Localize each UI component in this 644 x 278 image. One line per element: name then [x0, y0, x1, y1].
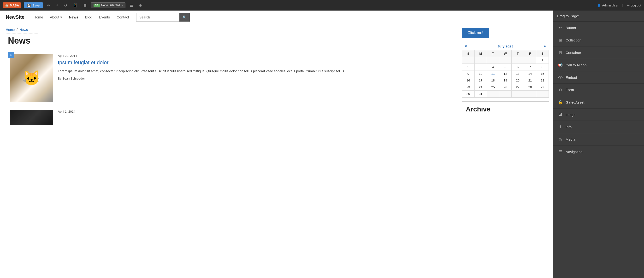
calendar-header: « July 2023 » — [462, 42, 549, 50]
site-nav-links: Home About ▾ News Blog Events Contact — [30, 10, 132, 24]
site-logo: NewSite — [6, 14, 24, 20]
panel-item-navigation[interactable]: ☰ Navigation — [553, 146, 644, 158]
cal-week-4: 16 17 18 19 20 21 22 — [462, 77, 549, 84]
nav-link-contact[interactable]: Contact — [113, 10, 132, 24]
media-icon: ◎ — [558, 137, 563, 142]
nav-link-news[interactable]: News — [66, 10, 82, 24]
calendar-month-label[interactable]: July 2023 — [497, 44, 514, 48]
nav-link-home[interactable]: Home — [30, 10, 46, 24]
main-layout: NewSite Home About ▾ News Blog Events Co… — [0, 10, 644, 278]
panel-item-embed[interactable]: </> Embed — [553, 71, 644, 84]
panel-item-media[interactable]: ◎ Media — [553, 133, 644, 146]
nav-item-home: Home — [30, 10, 46, 24]
cs-badge: CS — [94, 3, 100, 7]
click-me-button[interactable]: Click me! — [462, 28, 489, 38]
nav-item-events: Events — [96, 10, 113, 24]
panel-item-button[interactable]: ↩ Button — [553, 21, 644, 34]
panel-item-collection[interactable]: ⊞ Collection — [553, 34, 644, 46]
cal-cell: 20 — [512, 77, 524, 84]
cal-cell — [512, 91, 524, 97]
save-button[interactable]: 💾 Save — [24, 2, 43, 8]
container-icon: ⊡ — [558, 50, 563, 55]
breadcrumb-home-link[interactable]: Home — [6, 28, 15, 32]
cal-cell: 14 — [524, 70, 536, 77]
cal-cell: 25 — [487, 84, 499, 91]
panel-label-media: Media — [566, 137, 576, 141]
panel-item-info[interactable]: ℹ Info — [553, 121, 644, 133]
cal-cell — [462, 57, 475, 64]
logo-text: MASA — [10, 3, 19, 7]
calendar-prev-button[interactable]: « — [465, 44, 467, 48]
cal-cell — [512, 57, 524, 64]
logo: 🏠 MASA — [3, 2, 21, 8]
article-body-2: April 1, 2014 — [53, 110, 452, 121]
cal-cell: 12 — [499, 70, 512, 77]
cal-cell-linked[interactable]: 11 — [487, 70, 499, 77]
search-input[interactable] — [136, 13, 180, 21]
logout-label: Log out — [631, 3, 641, 7]
cal-header-m: M — [474, 50, 487, 57]
admin-user-link[interactable]: 👤 Admin User — [597, 3, 618, 7]
cs-dropdown-icon: ▾ — [121, 3, 123, 7]
dark-image — [10, 110, 53, 125]
cal-cell: 27 — [512, 84, 524, 91]
collection-icon: ⊞ — [558, 38, 563, 42]
panel-item-cta[interactable]: 📢 Call to Action — [553, 59, 644, 71]
toolbar: 🏠 MASA 💾 Save ✏ + ↺ 📱 ⊞ CS None Selected… — [0, 0, 644, 10]
masa-icon: 🏠 — [5, 3, 9, 7]
nav-link-events[interactable]: Events — [96, 10, 113, 24]
cs-label: None Selected — [101, 3, 120, 7]
cal-cell: 7 — [524, 64, 536, 70]
cal-cell — [474, 57, 487, 64]
breadcrumb-current-link[interactable]: News — [20, 28, 28, 32]
cal-cell: 3 — [474, 64, 487, 70]
form-icon: ⊙ — [558, 87, 563, 92]
page-title-block: News — [6, 33, 39, 48]
mobile-icon-button[interactable]: 📱 — [72, 2, 79, 9]
article-title-link[interactable]: Ipsum feugiat et dolor — [58, 59, 452, 66]
add-icon-button[interactable]: + — [55, 2, 60, 8]
right-panel-header: Drag to Page: — [553, 10, 644, 21]
article-list: ✏ 🐱 April 29, 2014 Ipsum feugiat et dolo… — [6, 50, 456, 125]
cs-selector[interactable]: CS None Selected ▾ — [91, 2, 126, 8]
panel-label-button: Button — [566, 26, 576, 30]
cal-week-1: 1 — [462, 57, 549, 64]
search-button[interactable]: 🔍 — [180, 13, 190, 21]
panel-item-container[interactable]: ⊡ Container — [553, 46, 644, 59]
nav-item-news: News — [66, 10, 82, 24]
article-date: April 29, 2014 — [58, 54, 452, 57]
article-date-2: April 1, 2014 — [58, 110, 452, 113]
panel-item-form[interactable]: ⊙ Form — [553, 84, 644, 96]
sitemap-icon-button[interactable]: ⊞ — [82, 2, 88, 9]
list-icon-button[interactable]: ☰ — [128, 2, 134, 9]
cta-icon: 📢 — [558, 63, 563, 67]
edit-icon-button[interactable]: ✏ — [46, 2, 52, 9]
info-icon: ℹ — [558, 125, 563, 129]
panel-item-gatedasset[interactable]: 🔒 GatedAsset — [553, 96, 644, 109]
nav-link-about[interactable]: About ▾ — [46, 10, 66, 24]
cal-cell: 17 — [474, 77, 487, 84]
table-row: ✏ 🐱 April 29, 2014 Ipsum feugiat et dolo… — [6, 50, 456, 106]
nav-link-blog[interactable]: Blog — [82, 10, 96, 24]
cal-cell: 4 — [487, 64, 499, 70]
cal-cell — [524, 91, 536, 97]
cal-week-2: 2 3 4 5 6 7 8 — [462, 64, 549, 70]
calendar-next-button[interactable]: » — [544, 44, 546, 48]
cal-day-link[interactable]: 11 — [491, 72, 494, 75]
nav-item-about: About ▾ — [46, 10, 66, 24]
logout-link[interactable]: ↪ Log out — [627, 3, 641, 7]
calendar-table: S M T W T F S — [462, 50, 549, 97]
save-label: Save — [32, 3, 40, 7]
article-edit-button[interactable]: ✏ — [8, 52, 14, 58]
cal-cell — [499, 57, 512, 64]
cal-cell: 28 — [524, 84, 536, 91]
archive-widget: Archive — [462, 101, 549, 117]
block-icon-button[interactable]: ⊘ — [138, 2, 144, 9]
panel-item-image[interactable]: 🖼 Image — [553, 109, 644, 121]
cal-cell — [524, 57, 536, 64]
cal-header-w: W — [499, 50, 512, 57]
logout-icon: ↪ — [627, 3, 630, 7]
history-icon-button[interactable]: ↺ — [62, 2, 68, 9]
cal-cell: 2 — [462, 64, 475, 70]
nav-item-blog: Blog — [82, 10, 96, 24]
